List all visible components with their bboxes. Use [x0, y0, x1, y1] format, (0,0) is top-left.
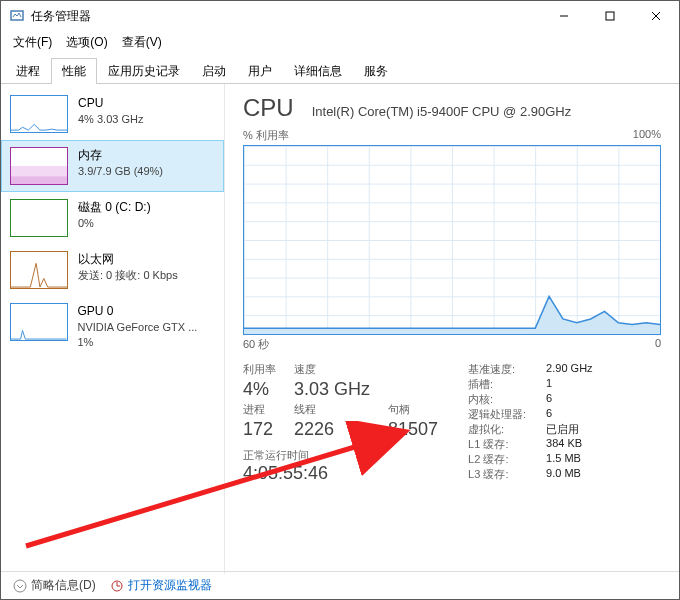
gpu-thumb [10, 303, 68, 341]
svg-rect-2 [606, 12, 614, 20]
base-speed: 2.90 GHz [546, 362, 592, 377]
chart-ymax: 100% [633, 128, 661, 143]
utilization: 4% [243, 379, 276, 400]
main-panel: CPU Intel(R) Core(TM) i5-9400F CPU @ 2.9… [225, 84, 679, 574]
maximize-button[interactable] [587, 1, 633, 31]
app-icon [9, 8, 25, 24]
chart-ylabel: % 利用率 [243, 128, 289, 143]
sidebar-item-cpu[interactable]: CPU4% 3.03 GHz [1, 88, 224, 140]
sidebar: CPU4% 3.03 GHz 内存3.9/7.9 GB (49%) 磁盘 0 (… [1, 84, 225, 574]
chevron-down-icon [13, 579, 27, 593]
chart-xmax: 60 秒 [243, 337, 269, 352]
chart-xmin: 0 [655, 337, 661, 352]
stats: 利用率 速度 4% 3.03 GHz 进程 线程 句柄 172 2226 815… [243, 362, 661, 484]
handles: 81507 [388, 419, 438, 440]
open-resmon-link[interactable]: 打开资源监视器 [110, 577, 212, 594]
speed: 3.03 GHz [294, 379, 370, 400]
close-button[interactable] [633, 1, 679, 31]
tab-startup[interactable]: 启动 [191, 58, 237, 84]
cpu-thumb [10, 95, 68, 133]
window-title: 任务管理器 [31, 8, 91, 25]
sidebar-item-ethernet[interactable]: 以太网发送: 0 接收: 0 Kbps [1, 244, 224, 296]
tabs: 进程 性能 应用历史记录 启动 用户 详细信息 服务 [1, 57, 679, 84]
svg-point-7 [14, 580, 26, 592]
processes: 172 [243, 419, 276, 440]
menu-options[interactable]: 选项(O) [66, 34, 107, 51]
window-controls [541, 1, 679, 31]
sidebar-item-disk[interactable]: 磁盘 0 (C: D:)0% [1, 192, 224, 244]
tab-app-history[interactable]: 应用历史记录 [97, 58, 191, 84]
menu-file[interactable]: 文件(F) [13, 34, 52, 51]
menubar: 文件(F) 选项(O) 查看(V) [1, 31, 679, 53]
titlebar: 任务管理器 [1, 1, 679, 31]
memory-thumb [10, 147, 68, 185]
disk-thumb [10, 199, 68, 237]
sidebar-item-gpu[interactable]: GPU 0NVIDIA GeForce GTX ... 1% [1, 296, 224, 358]
ethernet-thumb [10, 251, 68, 289]
tab-details[interactable]: 详细信息 [283, 58, 353, 84]
uptime: 4:05:55:46 [243, 463, 438, 484]
fewer-details-button[interactable]: 简略信息(D) [13, 577, 96, 594]
resmon-icon [110, 579, 124, 593]
footer: 简略信息(D) 打开资源监视器 [1, 571, 679, 599]
tab-users[interactable]: 用户 [237, 58, 283, 84]
cpu-model: Intel(R) Core(TM) i5-9400F CPU @ 2.90GHz [312, 104, 572, 119]
tab-processes[interactable]: 进程 [5, 58, 51, 84]
tab-performance[interactable]: 性能 [51, 58, 97, 84]
cpu-chart [243, 145, 661, 335]
tab-services[interactable]: 服务 [353, 58, 399, 84]
content: CPU4% 3.03 GHz 内存3.9/7.9 GB (49%) 磁盘 0 (… [1, 84, 679, 574]
minimize-button[interactable] [541, 1, 587, 31]
svg-rect-6 [11, 176, 67, 184]
sidebar-item-memory[interactable]: 内存3.9/7.9 GB (49%) [1, 140, 224, 192]
menu-view[interactable]: 查看(V) [122, 34, 162, 51]
cpu-heading: CPU [243, 94, 294, 122]
threads: 2226 [294, 419, 370, 440]
